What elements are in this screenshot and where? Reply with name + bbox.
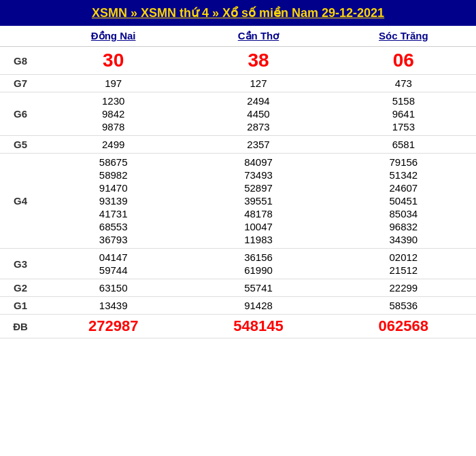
header: XSMN » XSMN thứ 4 » Xổ số miền Nam 29-12…	[0, 0, 476, 26]
col-header-2: Cần Thơ	[186, 30, 330, 42]
table-row: G2631505574122299	[0, 279, 476, 297]
prize-value: 6581	[392, 139, 415, 150]
prize-value: 61990	[244, 264, 273, 276]
prize-value: 11983	[244, 234, 273, 245]
header-part2: XSMN thứ 4	[141, 6, 209, 20]
prize-cell: 63150	[41, 279, 186, 297]
prize-value: 9878	[102, 121, 124, 133]
prize-value: 73493	[244, 169, 273, 181]
lottery-table: G8303806G7197127473G61230984298782494445…	[0, 47, 476, 338]
prize-value: 85034	[389, 208, 418, 220]
header-part3: Xổ số miền Nam 29-12-2021	[222, 6, 384, 20]
prize-label: G6	[0, 92, 41, 136]
prize-value: 93139	[99, 195, 128, 207]
prize-value: 06	[393, 50, 414, 71]
prize-value: 38	[248, 50, 269, 71]
prize-cell: 515896411753	[331, 92, 476, 136]
prize-value: 548145	[233, 317, 283, 334]
prize-cell: 123098429878	[41, 92, 186, 136]
prize-cell: 38	[186, 47, 330, 75]
prize-cell: 249444502873	[186, 92, 330, 136]
prize-value: 2873	[247, 121, 269, 133]
prize-value: 58536	[389, 300, 418, 311]
prize-label: G4	[0, 154, 41, 249]
prize-label: G5	[0, 136, 41, 154]
prize-value: 68553	[99, 221, 128, 232]
prize-cell: 84097734935289739551481781004711983	[186, 154, 330, 249]
prize-value: 5158	[392, 95, 415, 107]
prize-cell: 30	[41, 47, 186, 75]
prize-cell: 6581	[331, 136, 476, 154]
prize-value: 55741	[244, 282, 273, 294]
col-header-3: Sóc Trăng	[331, 30, 476, 42]
prize-value: 2499	[102, 139, 124, 150]
prize-value: 59744	[99, 264, 128, 276]
table-row: G3041475974436156619900201221512	[0, 249, 476, 279]
prize-cell: 2357	[186, 136, 330, 154]
prize-value: 91470	[99, 182, 128, 194]
prize-value: 04147	[99, 251, 128, 263]
table-row: G5249923576581	[0, 136, 476, 154]
prize-cell: 22299	[331, 279, 476, 297]
header-sep1: »	[127, 6, 141, 20]
prize-cell: 2499	[41, 136, 186, 154]
prize-cell: 55741	[186, 279, 330, 297]
prize-value: 473	[395, 77, 412, 89]
table-row: G8303806	[0, 47, 476, 75]
prize-value: 127	[250, 77, 267, 89]
prize-value: 58675	[99, 156, 128, 168]
prize-value: 24607	[389, 182, 418, 194]
prize-value: 13439	[99, 300, 128, 311]
prize-label: G7	[0, 75, 41, 92]
prize-value: 39551	[244, 195, 273, 207]
prize-value: 197	[105, 77, 122, 89]
prize-value: 48178	[244, 208, 273, 220]
prize-cell: 548145	[186, 315, 330, 338]
prize-value: 9842	[102, 108, 124, 120]
prize-value: 50451	[389, 195, 418, 207]
header-sep2: »	[209, 6, 222, 20]
prize-value: 36156	[244, 251, 273, 263]
prize-cell: 06	[331, 47, 476, 75]
prize-value: 91428	[244, 300, 273, 311]
prize-label: G2	[0, 279, 41, 297]
table-row: ĐB272987548145062568	[0, 315, 476, 338]
table-row: G7197127473	[0, 75, 476, 92]
prize-value: 1230	[102, 95, 124, 107]
prize-value: 21512	[389, 264, 418, 276]
prize-value: 272987	[88, 317, 138, 334]
prize-cell: 473	[331, 75, 476, 92]
prize-value: 10047	[244, 221, 273, 232]
prize-label: ĐB	[0, 315, 41, 338]
prize-cell: 79156513422460750451850349683234390	[331, 154, 476, 249]
prize-value: 58982	[99, 169, 128, 181]
prize-value: 63150	[99, 282, 128, 294]
prize-value: 2357	[247, 139, 269, 150]
table-row: G1134399142858536	[0, 297, 476, 315]
prize-value: 52897	[244, 182, 273, 194]
prize-value: 96832	[389, 221, 418, 232]
header-text: XSMN » XSMN thứ 4 » Xổ số miền Nam 29-12…	[92, 6, 384, 20]
prize-value: 51342	[389, 169, 418, 181]
prize-value: 9641	[392, 108, 415, 120]
prize-value: 79156	[389, 156, 418, 168]
prize-cell: 58675589829147093139417316855336793	[41, 154, 186, 249]
prize-cell: 58536	[331, 297, 476, 315]
prize-value: 062568	[379, 317, 428, 334]
prize-label: G1	[0, 297, 41, 315]
prize-value: 4450	[247, 108, 269, 120]
prize-cell: 062568	[331, 315, 476, 338]
prize-value: 30	[103, 50, 124, 71]
prize-cell: 127	[186, 75, 330, 92]
prize-cell: 272987	[41, 315, 186, 338]
prize-label: G8	[0, 47, 41, 75]
prize-cell: 3615661990	[186, 249, 330, 279]
prize-label: G3	[0, 249, 41, 279]
prize-value: 36793	[99, 234, 128, 245]
prize-value: 41731	[99, 208, 128, 220]
prize-cell: 13439	[41, 297, 186, 315]
prize-value: 2494	[247, 95, 269, 107]
prize-value: 1753	[392, 121, 415, 133]
prize-value: 22299	[389, 282, 418, 294]
table-row: G6123098429878249444502873515896411753	[0, 92, 476, 136]
